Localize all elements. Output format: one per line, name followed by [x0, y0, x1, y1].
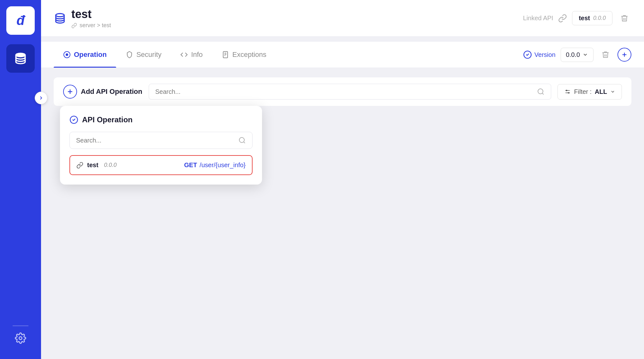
logo-icon: đ	[16, 13, 25, 28]
link-icon	[71, 23, 77, 28]
search-box	[149, 84, 551, 100]
svg-point-22	[239, 137, 244, 143]
version-check-icon	[523, 50, 532, 59]
popup-title: API Operation	[82, 115, 133, 124]
tab-info-label: Info	[191, 51, 203, 59]
svg-point-15	[538, 89, 543, 94]
tab-info[interactable]: Info	[171, 42, 212, 68]
linked-api-label: Linked API	[523, 15, 553, 22]
trash-version-button[interactable]	[599, 48, 612, 62]
svg-line-16	[542, 93, 543, 94]
security-tab-icon	[126, 51, 133, 58]
popup-search-icon	[238, 137, 246, 144]
tab-security[interactable]: Security	[116, 42, 171, 68]
top-card: test server > test Linked API test 0.0.0	[41, 0, 644, 37]
svg-point-5	[66, 53, 68, 56]
chevron-down-icon	[582, 52, 588, 58]
info-tab-icon	[180, 51, 188, 58]
tab-exceptions-label: Exceptions	[232, 51, 266, 59]
db-title-icon	[54, 12, 66, 25]
tab-security-label: Security	[136, 51, 161, 59]
database-icon	[14, 52, 27, 65]
top-card-left: test server > test	[54, 8, 111, 29]
add-operation-label: Add API Operation	[81, 88, 142, 96]
delete-button[interactable]	[617, 11, 631, 25]
filter-chevron-icon	[610, 89, 615, 94]
link-badge-icon	[558, 14, 567, 23]
filter-icon	[564, 88, 571, 95]
operation-tab-icon	[63, 51, 71, 58]
main-content: test server > test Linked API test 0.0.0	[41, 0, 644, 359]
add-op-circle-icon	[63, 85, 77, 99]
popup-header: API Operation	[69, 115, 253, 124]
sidebar-toggle-button[interactable]	[35, 92, 47, 104]
popup-check-icon	[69, 115, 78, 124]
result-link-icon	[76, 162, 83, 169]
tabs-list: Operation Security Info	[54, 42, 523, 68]
version-label: Version	[534, 51, 556, 58]
tab-exceptions[interactable]: Exceptions	[212, 42, 276, 68]
sidebar-divider	[13, 326, 28, 326]
exceptions-tab-icon	[222, 51, 229, 58]
tab-operation-label: Operation	[74, 51, 107, 59]
svg-line-23	[244, 142, 245, 143]
result-api-name: test	[87, 161, 98, 169]
tabs-right: Version 0.0.0	[523, 48, 631, 62]
api-result-row[interactable]: test 0.0.0 GET /user/{user_info}	[69, 155, 253, 175]
top-card-right: Linked API test 0.0.0	[523, 11, 631, 25]
version-value: 0.0.0	[566, 51, 580, 58]
sidebar: đ	[0, 0, 41, 359]
settings-button[interactable]	[15, 332, 26, 346]
filter-button[interactable]: Filter : ALL	[558, 84, 622, 100]
linked-api-badge[interactable]: test 0.0.0	[572, 11, 612, 25]
api-result-left: test 0.0.0	[76, 161, 117, 169]
filter-value: ALL	[595, 88, 607, 95]
result-api-path: /user/{user_info}	[200, 161, 246, 169]
filter-label: Filter :	[574, 88, 592, 95]
tabs-bar: Operation Security Info	[41, 42, 644, 68]
svg-point-3	[56, 14, 64, 17]
search-input[interactable]	[155, 88, 533, 95]
operations-toolbar: Add API Operation Filter : ALL	[54, 77, 631, 106]
breadcrumb: server > test	[71, 22, 111, 29]
popup-search-box	[69, 132, 253, 149]
linked-api-name: test	[579, 15, 590, 22]
add-operation-button[interactable]: Add API Operation	[63, 85, 142, 99]
version-check: Version	[523, 50, 556, 59]
popup-search-input[interactable]	[76, 137, 235, 144]
sidebar-item-database[interactable]	[6, 44, 35, 73]
result-api-method: GET	[184, 161, 197, 169]
search-icon	[537, 88, 545, 95]
sidebar-logo[interactable]: đ	[6, 6, 35, 35]
svg-point-2	[19, 337, 22, 340]
tab-operation[interactable]: Operation	[54, 42, 116, 68]
page-title: test	[71, 8, 111, 21]
result-api-version: 0.0.0	[104, 162, 117, 168]
breadcrumb-text: server > test	[80, 22, 111, 29]
version-selector[interactable]: 0.0.0	[561, 48, 593, 62]
api-operation-popup: API Operation test 0.0.0	[60, 106, 262, 185]
content-area: Add API Operation Filter : ALL	[41, 68, 644, 359]
linked-api-version: 0.0.0	[593, 15, 606, 21]
add-version-button[interactable]	[617, 48, 631, 62]
